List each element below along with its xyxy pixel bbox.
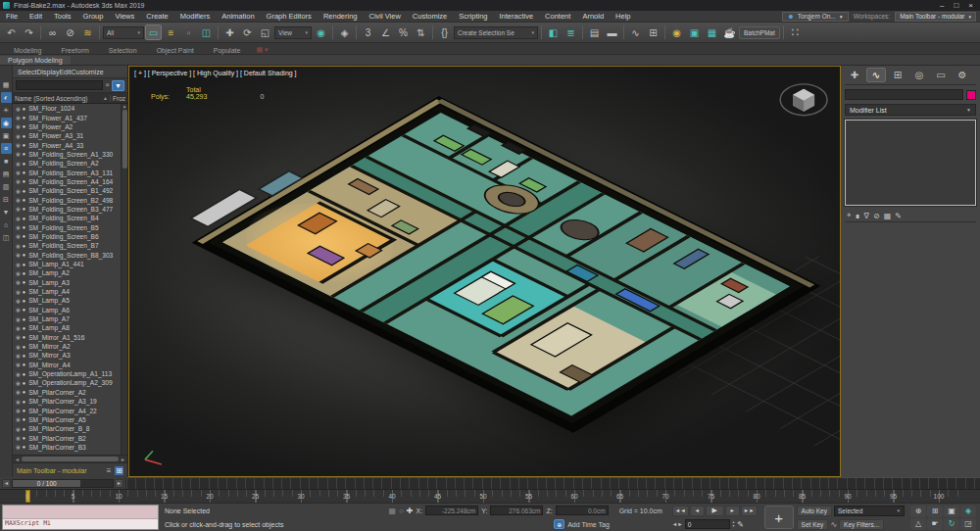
object-list-item[interactable]: SM_PilarCorner_A2 (13, 388, 127, 397)
play-icon[interactable]: ▶ (706, 506, 724, 516)
time-tag-icon[interactable]: ⊕ (554, 519, 564, 529)
render-dot-icon[interactable] (23, 334, 25, 340)
render-dot-icon[interactable] (23, 307, 25, 313)
scroll-thumb[interactable] (122, 110, 127, 169)
render-dot-icon[interactable] (23, 344, 25, 350)
render-dot-icon[interactable] (23, 389, 25, 395)
render-dot-icon[interactable] (23, 362, 25, 367)
visibility-eye-icon[interactable] (16, 380, 21, 386)
ribbon-tab[interactable]: Selection (99, 46, 147, 55)
render-dot-icon[interactable] (23, 408, 25, 413)
object-list-item[interactable]: SM_Lamp_A7 (13, 314, 127, 323)
go-to-start-icon[interactable]: ◄◄ (672, 506, 689, 516)
object-list-item[interactable]: SM_Folding_Screen_B1_492 (13, 186, 127, 195)
add-time-tag-label[interactable]: Add Time Tag (567, 521, 610, 528)
visibility-eye-icon[interactable] (16, 262, 21, 267)
render-dot-icon[interactable] (23, 233, 25, 239)
render-dot-icon[interactable] (23, 188, 25, 194)
object-list-item[interactable]: SM_Folding_Screen_B4 (13, 214, 127, 222)
time-forward-icon[interactable]: ► (115, 479, 123, 488)
absolute-mode-icon[interactable]: ✚ (407, 507, 414, 515)
visibility-eye-icon[interactable] (16, 298, 21, 304)
render-dot-icon[interactable] (23, 252, 25, 258)
explorer-column-header[interactable]: Name (Sorted Ascending) ▲ Froz (13, 93, 127, 104)
render-dot-icon[interactable] (23, 106, 25, 112)
object-list-item[interactable]: SM_Folding_Screen_A4_164 (13, 177, 127, 186)
menu-item[interactable]: Arnold (576, 12, 610, 21)
object-list-item[interactable]: SM_Lamp_A4 (13, 287, 127, 296)
selection-lock-icon[interactable]: ○ (399, 507, 404, 515)
ribbon-tab[interactable]: Modeling (4, 46, 51, 55)
zoom-all-icon[interactable]: ⊞ (927, 506, 943, 517)
display-spacewarps-icon[interactable]: ≡ (1, 143, 12, 154)
visibility-eye-icon[interactable] (16, 224, 21, 230)
snaps-toggle-icon[interactable]: 3 (360, 24, 376, 40)
select-and-rotate-icon[interactable]: ⟳ (239, 24, 256, 40)
object-list-item[interactable]: SM_Folding_Screen_B2_498 (13, 195, 127, 204)
display-materials-icon[interactable]: ⌂ (1, 219, 12, 230)
key-filters-button[interactable]: Key Filters... (839, 519, 884, 530)
set-keys-button[interactable]: + (764, 506, 794, 529)
rendered-frame-icon[interactable]: ▦ (704, 24, 720, 40)
current-frame-field[interactable]: 0 (685, 519, 730, 529)
explorer-horizontal-scrollbar[interactable]: ◄ ► (13, 455, 127, 462)
visibility-eye-icon[interactable] (16, 151, 21, 157)
visibility-eye-icon[interactable] (16, 169, 21, 175)
listener-pane[interactable]: MAXScript Mi (3, 518, 158, 529)
menu-item[interactable]: Tools (48, 12, 77, 21)
explorer-menu-item[interactable]: Display (36, 69, 59, 75)
menu-item[interactable]: Civil View (363, 12, 406, 21)
visibility-eye-icon[interactable] (16, 233, 21, 239)
visibility-eye-icon[interactable] (16, 106, 21, 112)
visibility-eye-icon[interactable] (16, 408, 21, 413)
render-dot-icon[interactable] (23, 224, 25, 230)
signin-user-button[interactable]: ☻ Torqjem On...▼ (782, 12, 848, 22)
display-containers-icon[interactable]: ⊟ (1, 194, 12, 205)
explorer-layout-icon[interactable]: ⊞ (115, 466, 123, 475)
visibility-eye-icon[interactable] (16, 389, 21, 395)
explorer-menu-item[interactable]: Select (18, 69, 36, 75)
window-crossing-icon[interactable]: ◫ (198, 24, 215, 40)
visibility-eye-icon[interactable] (16, 252, 21, 258)
spinner-snap-icon[interactable]: ⇅ (413, 24, 429, 40)
visibility-eye-icon[interactable] (16, 206, 21, 212)
object-list-item[interactable]: SM_Lamp_A2 (13, 268, 127, 277)
render-dot-icon[interactable] (23, 279, 25, 285)
workspace-dropdown[interactable]: Main Toolbar - modular▾ (895, 12, 976, 22)
visibility-eye-icon[interactable] (16, 270, 21, 276)
macro-recorder-pane[interactable] (3, 506, 158, 518)
object-list-item[interactable]: SM_Folding_Screen_A2 (13, 159, 127, 168)
timeline-ruler[interactable]: 0510152025303540455055606570758085909510… (0, 489, 980, 503)
visibility-eye-icon[interactable] (16, 353, 21, 359)
menu-item[interactable]: File (0, 12, 24, 21)
modifier-list-dropdown[interactable]: Modifier List▼ (845, 104, 976, 116)
maxscript-mini-listener[interactable]: MAXScript Mi (2, 505, 159, 530)
object-list-item[interactable]: SM_Flower_A2 (13, 122, 127, 131)
visibility-eye-icon[interactable] (16, 279, 21, 285)
next-frame-icon[interactable]: ► (725, 506, 740, 516)
minimize-button[interactable]: – (940, 2, 944, 10)
select-and-scale-icon[interactable]: ◱ (257, 24, 273, 40)
sort-order-icon[interactable]: ▼ (1, 207, 12, 217)
docked-toolbar-label[interactable]: Main Toolbar - modular (17, 467, 86, 474)
menu-item[interactable]: Customize (407, 12, 453, 21)
display-shapes-icon[interactable]: ◐ (1, 92, 12, 103)
tab-display[interactable]: ▭ (931, 68, 951, 82)
clear-search-icon[interactable]: × (105, 81, 110, 89)
scroll-right-icon[interactable]: ► (121, 457, 125, 462)
auto-key-button[interactable]: Auto Key (797, 506, 832, 516)
object-list-item[interactable]: SM_Lamp_A6 (13, 306, 127, 314)
render-dot-icon[interactable] (23, 353, 25, 359)
render-dot-icon[interactable] (23, 380, 25, 386)
visibility-eye-icon[interactable] (16, 325, 21, 331)
render-dot-icon[interactable] (23, 142, 25, 148)
render-dot-icon[interactable] (23, 243, 25, 249)
object-list-item[interactable]: SM_Floor_1024 (13, 104, 127, 113)
render-dot-icon[interactable] (23, 435, 25, 441)
visibility-eye-icon[interactable] (16, 416, 21, 422)
y-coordinate-field[interactable]: 276.063cm (490, 506, 543, 515)
ribbon-overflow-icon[interactable]: ▦ ▾ (256, 46, 268, 54)
tab-utilities[interactable]: ⚙ (953, 68, 972, 82)
menu-item[interactable]: Graph Editors (261, 12, 318, 21)
modifier-stack[interactable] (845, 120, 976, 206)
